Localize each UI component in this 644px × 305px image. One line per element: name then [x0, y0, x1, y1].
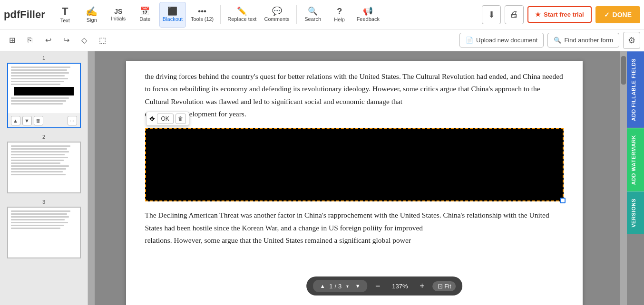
help-icon: ?	[337, 7, 342, 16]
tool-text[interactable]: T Text	[53, 2, 78, 28]
page-thumb-img-2[interactable]	[7, 142, 81, 193]
thumb-up-button[interactable]: ▲	[11, 116, 20, 125]
page-up-button[interactable]: ▲	[318, 281, 327, 291]
zoom-page-sep: /	[334, 283, 336, 290]
doc-text-after-blackout: The Declining American Threat was anothe…	[145, 209, 564, 234]
blackout-delete-button[interactable]: 🗑	[176, 114, 186, 124]
done-button[interactable]: ✓ DONE	[595, 6, 640, 23]
tool-blackout-label: Blackout	[163, 16, 183, 22]
page-dropdown-button[interactable]: ▾	[343, 281, 351, 291]
move-icon[interactable]: ✥	[149, 115, 155, 123]
zoom-in-button[interactable]: +	[416, 279, 429, 293]
blackout-toolbar: ✥ OK 🗑	[146, 112, 189, 126]
page-thumb-1[interactable]: 1	[7, 55, 81, 128]
tool-search-label: Search	[304, 16, 321, 22]
tool-help-label: Help	[334, 17, 345, 22]
sign-icon: ✍	[86, 7, 98, 16]
zoom-minus-icon: −	[375, 281, 381, 291]
page-thumb-3[interactable]: 3	[7, 199, 81, 258]
tool-initials[interactable]: JS Initials	[106, 2, 131, 28]
upload-icon: 📄	[466, 37, 473, 44]
pages-button[interactable]: ⊞	[4, 32, 20, 48]
select-button[interactable]: ⬚	[94, 32, 110, 48]
tool-search[interactable]: 🔍 Search	[301, 2, 325, 28]
doc-text-before-blackout: the driving forces behind the country's …	[145, 70, 564, 108]
upload-document-button[interactable]: 📄 Upload new document	[459, 33, 544, 48]
page-thumb-2[interactable]: 2	[7, 134, 81, 193]
scroll-thumb	[621, 56, 626, 85]
page-down-button[interactable]: ▼	[353, 281, 362, 291]
add-watermark-tab[interactable]: ADD WATERMARK	[627, 128, 644, 191]
page-thumb-img-3[interactable]	[7, 207, 81, 258]
erase-icon: ◇	[81, 36, 87, 45]
redo-button[interactable]: ↪	[58, 32, 74, 48]
date-icon: 📅	[140, 7, 150, 15]
thumb-content-3	[8, 208, 80, 257]
tool-tools[interactable]: ••• Tools (12)	[188, 2, 216, 28]
text-icon: T	[62, 6, 68, 17]
tool-comments-label: Comments	[264, 16, 289, 22]
tool-tools-label: Tools (12)	[191, 16, 214, 22]
page-num-3: 3	[7, 199, 81, 205]
toolbar-right: ⬇ 🖨 ★ Start free trial ✓ DONE	[482, 5, 640, 24]
pages-icon: ⊞	[9, 36, 15, 45]
undo-button[interactable]: ↩	[40, 32, 56, 48]
add-fillable-fields-tab[interactable]: ADD FILLABLE FIELDS	[627, 51, 644, 128]
tool-date-label: Date	[139, 16, 150, 22]
toolbar-divider-2	[296, 5, 297, 24]
redo-icon: ↪	[63, 36, 69, 45]
start-trial-label: Start free trial	[544, 11, 584, 18]
replace-text-icon: ✏️	[237, 7, 247, 15]
zoom-page-current: 1	[329, 283, 332, 290]
print-icon: 🖨	[510, 10, 518, 19]
done-label: DONE	[613, 11, 632, 19]
resize-handle[interactable]	[560, 198, 566, 203]
start-trial-button[interactable]: ★ Start free trial	[527, 6, 592, 23]
blackout-block[interactable]: ✥ OK 🗑	[145, 128, 564, 201]
logo: pdfFiller	[4, 9, 45, 21]
logo-pdf: pdf	[4, 9, 20, 20]
tool-replace-text[interactable]: ✏️ Replace text	[224, 2, 259, 28]
settings-button[interactable]: ⚙	[623, 32, 640, 49]
blackout-ok-button[interactable]: OK	[157, 114, 174, 124]
tool-feedback[interactable]: 📢 Feedback	[354, 2, 382, 28]
tool-help[interactable]: ? Help	[327, 2, 352, 28]
zoom-out-button[interactable]: −	[371, 279, 384, 293]
thumb-down-button[interactable]: ▼	[22, 116, 32, 125]
download-button[interactable]: ⬇	[482, 5, 501, 24]
zoom-page-info[interactable]: ▲ 1 / 3 ▾ ▼	[313, 280, 367, 292]
tool-comments[interactable]: 💬 Comments	[261, 2, 292, 28]
main-content: 1	[0, 51, 644, 305]
find-form-label: Find another form	[564, 37, 613, 44]
tool-initials-label: Initials	[111, 16, 126, 21]
thumb-more-button[interactable]: ···	[68, 116, 77, 125]
erase-button[interactable]: ◇	[76, 32, 92, 48]
zoom-fit-button[interactable]: ⊡ Fit	[433, 281, 456, 291]
thumb-lines-2	[8, 143, 80, 180]
document-page: the driving forces behind the country's …	[126, 61, 583, 305]
second-toolbar: ⊞ ⎘ ↩ ↪ ◇ ⬚ 📄 Upload new document 🔍 Find…	[0, 29, 644, 51]
zoom-plus-icon: +	[420, 281, 425, 291]
tool-text-label: Text	[60, 18, 70, 23]
scroll-bar-right[interactable]	[620, 51, 627, 305]
fit-icon: ⊡	[438, 283, 443, 290]
tool-feedback-label: Feedback	[357, 16, 380, 22]
add-fillable-label: ADD FILLABLE FIELDS	[631, 58, 636, 121]
search-icon: 🔍	[308, 7, 318, 15]
thumb-delete-button[interactable]: 🗑	[34, 116, 43, 125]
copy-button[interactable]: ⎘	[22, 32, 38, 48]
document-area[interactable]: the driving forces behind the country's …	[88, 51, 644, 305]
thumb-content-1	[8, 64, 80, 114]
thumb-content-2	[8, 143, 80, 192]
tool-blackout[interactable]: ⬛ Blackout	[159, 2, 186, 28]
versions-tab[interactable]: VERSIONS	[627, 191, 644, 234]
find-form-button[interactable]: 🔍 Find another form	[547, 33, 619, 48]
tool-date[interactable]: 📅 Date	[133, 2, 157, 28]
undo-icon: ↩	[45, 36, 51, 45]
thumb-lines-1	[8, 64, 80, 109]
tool-sign[interactable]: ✍ Sign	[79, 2, 104, 28]
page-thumb-img-1[interactable]: ▲ ▼ 🗑 ···	[7, 63, 81, 128]
find-icon: 🔍	[554, 37, 561, 44]
print-button[interactable]: 🖨	[505, 5, 524, 24]
zoom-bar: ▲ 1 / 3 ▾ ▼ − 137% + ⊡ Fit	[306, 276, 462, 295]
